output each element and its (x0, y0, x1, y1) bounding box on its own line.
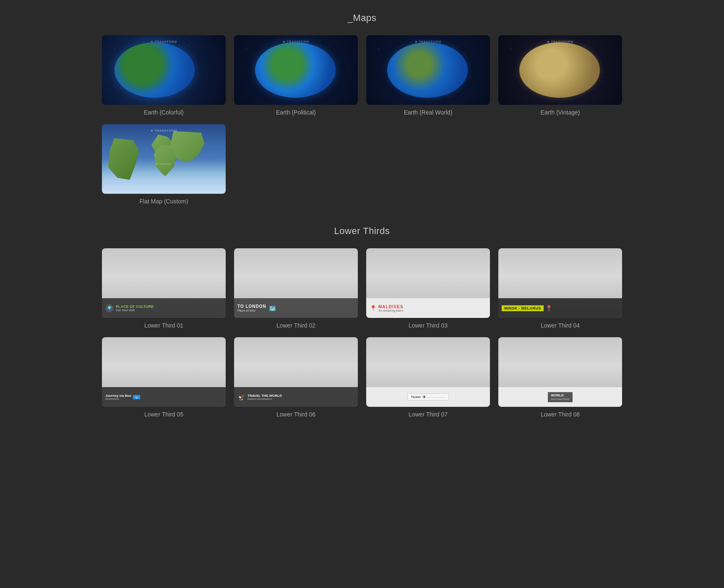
lt-bar-03: 📍 MALDIVES An amazing place (366, 298, 490, 317)
thumbnail-lt-03[interactable]: 📍 MALDIVES An amazing place (366, 248, 490, 318)
lt-bar-02: TO LONDON Place of love 🗺️ (234, 298, 358, 317)
target-label-colorful: ⊕ TARGET (156, 73, 172, 76)
grid-item-lt-01: 🌍 PLACE OF CULTURE Our next visit Lower … (102, 248, 226, 329)
lt-bar-01: 🌍 PLACE OF CULTURE Our next visit (102, 298, 226, 317)
lt-ticket-sub-07: — — — — — (427, 395, 445, 398)
label-earth-realworld: Earth (Real World) (404, 109, 453, 116)
empty-col-3 (366, 124, 490, 205)
lt-text-group-06: TRAVEL THE WORLD Explore destinations (247, 394, 282, 400)
lt-sub-06: Explore destinations (247, 398, 282, 400)
grid-item-earth-political: ⊕ TRANSFORM ⊕ TARGET Earth (Political) (234, 35, 358, 116)
star-field (102, 35, 226, 105)
lt-sub-01: Our next visit (116, 309, 154, 312)
lt-ticket-07: Ticket ✈ — — — — — (407, 393, 449, 401)
label-lt-07: Lower Third 07 (409, 411, 448, 418)
maps-grid-row2: ⊕ TRANSFORM ⊕ TARGET Flat Map (Custom) (102, 124, 622, 205)
target-label-realworld: ⊕ TARGET (420, 73, 436, 76)
lt-badge-04: MINSK - BELARUS (502, 305, 544, 311)
label-earth-political: Earth (Political) (276, 109, 316, 116)
target-label-vintage: ⊕ TARGET (552, 73, 568, 76)
thumbnail-earth-colorful[interactable]: ⊕ TRANSFORM ⊕ TARGET (102, 35, 226, 105)
lt-bar-05: Journey via Bus Destination 🚌 (102, 387, 226, 406)
star-field-realworld (366, 35, 490, 105)
lt-sub-05: Destination (105, 398, 131, 400)
label-lt-04: Lower Third 04 (541, 322, 580, 329)
lt-bar-08: WORLD DESTINATIONS (498, 387, 622, 406)
lt-pin-icon-04: 📍 (545, 305, 552, 312)
lt-title-01: PLACE OF CULTURE (116, 304, 154, 309)
thumbnail-lt-06[interactable]: 🦅 TRAVEL THE WORLD Explore destinations (234, 337, 358, 407)
lt-bus-icon-05: 🚌 (133, 395, 140, 399)
thumbnail-flatmap[interactable]: ⊕ TRANSFORM ⊕ TARGET (102, 124, 226, 194)
lt-title-03: MALDIVES (378, 304, 404, 309)
label-lt-05: Lower Third 05 (144, 411, 183, 418)
transform-label-vintage: ⊕ TRANSFORM (547, 40, 573, 44)
lt-world-text-08: WORLD (551, 393, 564, 397)
lower-thirds-title: Lower Thirds (8, 226, 716, 237)
label-flatmap: Flat Map (Custom) (140, 198, 188, 205)
thumbnail-earth-realworld[interactable]: ⊕ TRANSFORM ⊕ TARGET (366, 35, 490, 105)
lt-bird-icon-06: 🦅 (237, 393, 246, 401)
grid-item-lt-05: Journey via Bus Destination 🚌 Lower Thir… (102, 337, 226, 418)
grid-item-lt-06: 🦅 TRAVEL THE WORLD Explore destinations … (234, 337, 358, 418)
grid-item-earth-vintage: ⊕ TRANSFORM ⊕ TARGET Earth (Vintage) (498, 35, 622, 116)
target-label-political: ⊕ TARGET (288, 73, 304, 76)
grid-item-lt-03: 📍 MALDIVES An amazing place Lower Third … (366, 248, 490, 329)
lt-text-group-02: TO LONDON Place of love (237, 304, 266, 312)
lt-pin-icon-03: 📍 (370, 305, 377, 312)
lower-thirds-section: Lower Thirds 🌍 PLACE OF CULTURE Our next… (8, 226, 716, 418)
maps-grid-row1: ⊕ TRANSFORM ⊕ TARGET Earth (Colorful) ⊕ … (102, 35, 622, 116)
empty-col-4 (498, 124, 622, 205)
thumbnail-lt-04[interactable]: MINSK - BELARUS 📍 (498, 248, 622, 318)
maps-section-title: _Maps (8, 13, 716, 23)
thumbnail-lt-08[interactable]: WORLD DESTINATIONS (498, 337, 622, 407)
lt-title-05: Journey via Bus (105, 394, 131, 398)
label-lt-01: Lower Third 01 (144, 322, 183, 329)
label-earth-colorful: Earth (Colorful) (144, 109, 184, 116)
lt-sub-03: An amazing place (378, 309, 404, 312)
label-lt-02: Lower Third 02 (276, 322, 315, 329)
lt-text-group-01: PLACE OF CULTURE Our next visit (116, 304, 154, 312)
star-field-vintage (498, 35, 622, 105)
grid-item-earth-colorful: ⊕ TRANSFORM ⊕ TARGET Earth (Colorful) (102, 35, 226, 116)
empty-col-2 (234, 124, 358, 205)
lt-globe-icon: 🌍 (105, 304, 114, 312)
lt-map-icon-02: 🗺️ (269, 305, 276, 312)
target-label-flatmap: ⊕ TARGET (156, 162, 172, 165)
americas-land (108, 138, 139, 180)
transform-label-flatmap: ⊕ TRANSFORM (151, 129, 177, 133)
lt-bar-04: MINSK - BELARUS 📍 (498, 298, 622, 317)
lt-grid-row2: Journey via Bus Destination 🚌 Lower Thir… (102, 337, 622, 418)
grid-item-lt-02: TO LONDON Place of love 🗺️ Lower Third 0… (234, 248, 358, 329)
thumbnail-lt-02[interactable]: TO LONDON Place of love 🗺️ (234, 248, 358, 318)
grid-item-earth-realworld: ⊕ TRANSFORM ⊕ TARGET Earth (Real World) (366, 35, 490, 116)
thumbnail-lt-05[interactable]: Journey via Bus Destination 🚌 (102, 337, 226, 407)
label-lt-06: Lower Third 06 (276, 411, 315, 418)
thumbnail-lt-07[interactable]: Ticket ✈ — — — — — (366, 337, 490, 407)
thumbnail-lt-01[interactable]: 🌍 PLACE OF CULTURE Our next visit (102, 248, 226, 318)
lt-bar-06: 🦅 TRAVEL THE WORLD Explore destinations (234, 387, 358, 406)
transform-label-colorful: ⊕ TRANSFORM (151, 40, 177, 44)
lt-text-group-05: Journey via Bus Destination (105, 394, 131, 400)
thumbnail-earth-vintage[interactable]: ⊕ TRANSFORM ⊕ TARGET (498, 35, 622, 105)
lt-title-06: TRAVEL THE WORLD (247, 394, 282, 398)
label-earth-vintage: Earth (Vintage) (541, 109, 580, 116)
transform-label-realworld: ⊕ TRANSFORM (415, 40, 441, 44)
star-field-political (234, 35, 358, 105)
lt-ticket-label-07: Ticket (411, 395, 421, 399)
lt-bar-07: Ticket ✈ — — — — — (366, 387, 490, 406)
grid-item-lt-08: WORLD DESTINATIONS Lower Third 08 (498, 337, 622, 418)
thumbnail-earth-political[interactable]: ⊕ TRANSFORM ⊕ TARGET (234, 35, 358, 105)
grid-item-lt-07: Ticket ✈ — — — — — Lower Third 07 (366, 337, 490, 418)
lt-world-badge-08: WORLD DESTINATIONS (548, 392, 573, 402)
label-lt-03: Lower Third 03 (409, 322, 448, 329)
lt-world-sub-08: DESTINATIONS (551, 398, 570, 401)
lt-title-02: TO LONDON (237, 304, 266, 309)
label-lt-08: Lower Third 08 (541, 411, 580, 418)
grid-item-flatmap: ⊕ TRANSFORM ⊕ TARGET Flat Map (Custom) (102, 124, 226, 205)
lt-sub-02: Place of love (237, 309, 266, 312)
lt-text-group-03: MALDIVES An amazing place (378, 304, 404, 312)
lt-grid-row1: 🌍 PLACE OF CULTURE Our next visit Lower … (102, 248, 622, 329)
grid-item-lt-04: MINSK - BELARUS 📍 Lower Third 04 (498, 248, 622, 329)
lt-ticket-icon-07: ✈ (422, 395, 426, 399)
